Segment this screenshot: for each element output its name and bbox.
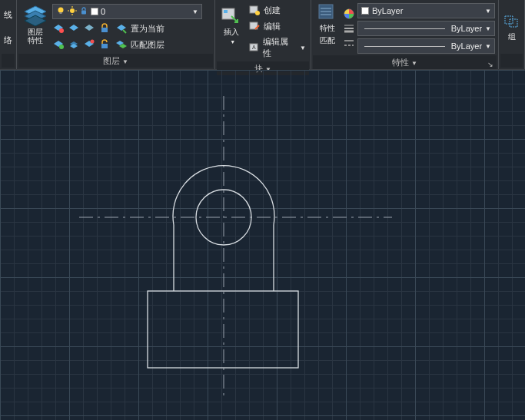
layer-off-icon[interactable] xyxy=(52,22,65,35)
layer-properties-label: 图层 特性 xyxy=(28,28,43,45)
layer-isolate-icon[interactable] xyxy=(68,22,80,35)
match-props-label2: 匹配 xyxy=(320,35,335,46)
svg-marker-16 xyxy=(117,25,126,31)
layer-on-icon[interactable] xyxy=(52,38,65,51)
util-bottom-label: 络 xyxy=(4,35,12,46)
properties-icon xyxy=(317,3,337,21)
panel-trim-left: 线 络 xyxy=(0,0,17,69)
svg-marker-13 xyxy=(69,25,78,31)
edit-block-label: 编辑 xyxy=(264,21,281,32)
layer-unisolate-icon[interactable] xyxy=(68,38,80,51)
panel-trim-title xyxy=(2,54,15,68)
edit-attributes-icon: A xyxy=(248,41,260,54)
sun-freeze-icon xyxy=(68,6,77,17)
chevron-down-icon: ▼ xyxy=(411,57,417,71)
cad-geometry xyxy=(0,70,525,420)
layer-freeze-icon[interactable] xyxy=(83,22,95,35)
layer-lock-icon[interactable] xyxy=(98,22,111,35)
panel-properties: 特性 匹配 ByLayer ▼ xyxy=(311,0,499,69)
lock-icon xyxy=(79,6,88,17)
svg-rect-15 xyxy=(101,28,108,32)
edit-block-button[interactable]: 编辑 xyxy=(247,19,307,33)
match-layer-button[interactable]: 匹配图层 xyxy=(114,38,166,51)
svg-point-12 xyxy=(59,28,64,33)
insert-block-button[interactable]: 插入 ▼ xyxy=(218,3,245,46)
create-block-button[interactable]: 创建 xyxy=(247,3,307,17)
svg-rect-10 xyxy=(81,11,86,15)
svg-point-22 xyxy=(91,40,95,44)
lightbulb-icon xyxy=(56,6,65,17)
chevron-down-icon: ▼ xyxy=(122,55,128,69)
linetype-icon[interactable] xyxy=(343,37,355,49)
create-block-icon xyxy=(248,4,261,16)
insert-block-label: 插入 xyxy=(224,27,239,38)
layer-properties-button[interactable]: 图层 特性 xyxy=(20,3,51,46)
linetype-preview xyxy=(364,46,445,47)
chevron-down-icon: ▼ xyxy=(485,25,491,32)
linetype-value: ByLayer xyxy=(451,41,482,51)
base-rectangle xyxy=(148,291,298,368)
svg-point-29 xyxy=(255,11,260,15)
ribbon: 线 络 图层 特性 xyxy=(0,0,525,70)
layer-selector[interactable]: 0 ▼ xyxy=(52,4,202,19)
svg-rect-43 xyxy=(505,16,513,24)
chevron-down-icon: ▼ xyxy=(230,39,235,45)
panel-layers: 图层 特性 0 ▼ xyxy=(17,0,215,69)
color-wheel-icon[interactable] xyxy=(343,8,355,20)
linetype-selector[interactable]: ByLayer ▼ xyxy=(357,38,495,54)
panel-block: 插入 ▼ 创建 编辑 A 编辑属性 ▼ 块▼ xyxy=(215,0,311,69)
group-label: 组 xyxy=(508,31,516,42)
svg-rect-23 xyxy=(101,44,108,48)
layer-thaw-icon[interactable] xyxy=(83,38,95,51)
edit-attributes-label: 编辑属性 xyxy=(263,36,294,59)
svg-marker-14 xyxy=(85,25,94,31)
chevron-down-icon: ▼ xyxy=(485,8,491,15)
color-value: ByLayer xyxy=(372,6,403,15)
color-swatch xyxy=(361,7,369,15)
match-layer-icon xyxy=(115,38,128,51)
edit-attributes-button[interactable]: A 编辑属性 ▼ xyxy=(247,35,307,60)
match-layer-label: 匹配图层 xyxy=(131,39,164,51)
panel-properties-title[interactable]: 特性▼ ↘ xyxy=(313,55,497,69)
lineweight-preview xyxy=(364,28,445,29)
svg-rect-27 xyxy=(224,10,228,13)
layers-stack-icon xyxy=(23,5,48,26)
lineweight-value: ByLayer xyxy=(451,24,482,33)
lineweight-icon[interactable] xyxy=(343,22,355,35)
set-current-label: 置为当前 xyxy=(131,23,164,35)
svg-marker-20 xyxy=(70,44,78,48)
color-selector[interactable]: ByLayer ▼ xyxy=(357,3,495,18)
insert-block-icon xyxy=(221,5,242,25)
svg-point-18 xyxy=(59,45,64,49)
layer-color-swatch xyxy=(91,8,98,15)
panel-groups: 组 xyxy=(499,0,525,69)
group-icon[interactable] xyxy=(503,13,520,30)
lineweight-selector[interactable]: ByLayer ▼ xyxy=(357,21,495,36)
edit-block-icon xyxy=(248,20,261,32)
set-current-icon xyxy=(115,22,128,35)
properties-button[interactable]: 特性 匹配 xyxy=(314,3,341,46)
create-block-label: 创建 xyxy=(264,5,281,16)
drawing-canvas[interactable] xyxy=(0,70,525,420)
layer-name-value: 0 xyxy=(101,7,105,16)
panel-layers-title[interactable]: 图层▼ xyxy=(18,54,213,68)
svg-point-5 xyxy=(70,8,75,13)
chevron-down-icon: ▼ xyxy=(192,8,198,15)
chevron-down-icon: ▼ xyxy=(300,45,306,51)
match-props-label: 特性 xyxy=(320,23,335,34)
layer-unlock-icon[interactable] xyxy=(98,38,111,51)
svg-rect-44 xyxy=(510,19,517,27)
panel-groups-title xyxy=(500,54,523,68)
set-current-button[interactable]: 置为当前 xyxy=(114,21,166,35)
svg-rect-4 xyxy=(60,12,62,14)
svg-text:A: A xyxy=(252,45,256,50)
util-top-label: 线 xyxy=(4,9,12,21)
chevron-down-icon: ▼ xyxy=(485,43,491,50)
svg-point-3 xyxy=(58,8,64,13)
